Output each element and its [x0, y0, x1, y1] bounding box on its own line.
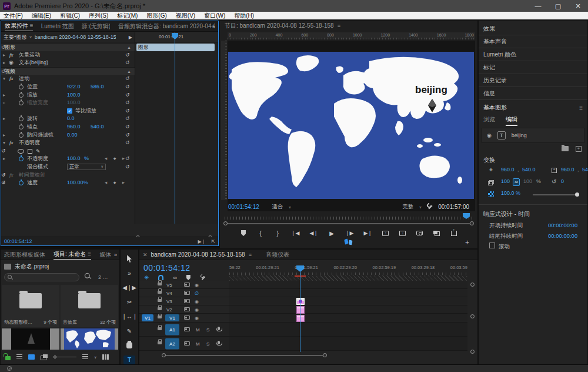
type-tool[interactable]: T	[123, 356, 135, 365]
linked-selection-icon[interactable]: ∞	[173, 275, 176, 281]
sidebar-panel-tab[interactable]: 标记	[479, 61, 587, 74]
reset-icon[interactable]: ↺	[1, 147, 6, 155]
clip-thumbnail[interactable]	[2, 328, 59, 350]
effect-row[interactable]: fx ◉ ✓ ✎ 缩放宽度 100.0 ∨ ◀◆▶ ↺ ▲	[1, 99, 135, 107]
new-layer-icon[interactable]	[576, 146, 582, 152]
stopwatch-icon[interactable]	[19, 133, 24, 138]
twirl-icon[interactable]	[3, 123, 8, 131]
track-patch-icon[interactable]	[184, 299, 190, 303]
eg-tab[interactable]: 浏览	[483, 115, 495, 126]
voiceover-mic-icon[interactable]	[218, 341, 220, 344]
go-to-in-button[interactable]: ❘◀	[291, 229, 299, 237]
mark-out-button[interactable]: }	[274, 229, 281, 237]
track-output-eye-icon[interactable]	[195, 298, 199, 304]
effect-row[interactable]: fx ◉ ✓ ✎ 位置 922.0 586.0 ∨ ◀◆▶ ↺ ▲	[1, 83, 135, 91]
thumbnail-zoom-slider[interactable]	[54, 356, 76, 358]
track-output-eye-icon[interactable]	[195, 290, 199, 295]
track-name[interactable]: V5	[166, 282, 172, 287]
stopwatch-icon[interactable]	[19, 157, 24, 161]
close-button[interactable]: ✕	[568, 0, 588, 12]
effect-row[interactable]: fx ◉ ✓ ✎ 视频 ∨ ◀◆▶ ↺ ▲	[1, 67, 135, 75]
program-current-timecode[interactable]: 00:01:54:12	[228, 204, 259, 210]
razor-tool[interactable]: ✂	[123, 298, 135, 307]
lock-icon[interactable]	[158, 315, 162, 318]
reset-icon[interactable]: ↺	[125, 139, 130, 147]
collapse-icon[interactable]: ▲	[127, 68, 131, 76]
reset-icon[interactable]: ↺	[125, 99, 130, 107]
effect-row[interactable]: fx ◉ ✓ ✎ 不透明度 100.0 % ∨ ◀◆▶ ↺ ▲	[1, 155, 135, 163]
menu-item[interactable]: 文件(F)	[4, 12, 23, 20]
menu-item[interactable]: 序列(S)	[89, 12, 108, 20]
slip-tool[interactable]: ❘↔❘	[123, 312, 135, 321]
twirl-icon[interactable]	[3, 51, 8, 59]
scale-value[interactable]: 100	[501, 178, 510, 184]
graphic-clip-v3[interactable]	[296, 298, 305, 305]
effect-row[interactable]: fx ◉ ✓ ✎ 混合模式 正常∨ ◀◆▶ ↺ ▲	[1, 163, 135, 171]
effect-row[interactable]: fx ◉ ✓ ✎ ∨ ◀◆▶ ↺ ▲	[1, 147, 135, 155]
extract-button[interactable]: ↓	[399, 229, 406, 237]
project-file-name[interactable]: 未命名.prproj	[15, 263, 49, 271]
source-patch-badge[interactable]: V1	[142, 314, 153, 321]
position-y[interactable]: 540.0	[522, 167, 536, 172]
panel-menu-icon[interactable]: ≡	[338, 23, 340, 29]
sequence-name-label[interactable]: bandicam 2020-04-08 12-55-18-158 *…	[35, 34, 116, 40]
video-track-header[interactable]: V3	[139, 297, 229, 305]
project-writable-icon[interactable]	[5, 356, 11, 360]
menu-item[interactable]: 帮助(H)	[234, 12, 254, 20]
video-frame[interactable]: beijing	[228, 52, 474, 199]
keyframe-nav[interactable]: ◀◆▶	[105, 155, 125, 163]
chevron-down-icon[interactable]: ∨	[94, 355, 96, 359]
solo-button[interactable]: S	[206, 327, 209, 332]
sidebar-panel-tab[interactable]: 效果	[479, 22, 587, 35]
lock-icon[interactable]	[158, 283, 162, 285]
anchor-y[interactable]: 540.0	[582, 167, 588, 172]
effect-row[interactable]: fx ◉ ✓ ✎ 不透明度 ∨ ◀◆▶ ↺ ▲	[1, 139, 135, 147]
twirl-icon[interactable]	[3, 107, 8, 115]
bin-item[interactable]: 音效库32 个项	[61, 285, 118, 327]
timeline-current-timecode[interactable]: 00:01:54:12	[143, 263, 190, 273]
play-toggle-icon[interactable]: ▶	[129, 35, 132, 40]
effect-row[interactable]: fx ◉ ✓ ✎ 矢量运动 ∨ ◀◆▶ ↺ ▲	[1, 51, 135, 59]
twirl-icon[interactable]	[3, 91, 8, 99]
list-view-icon[interactable]	[16, 354, 22, 359]
track-name[interactable]: V2	[166, 307, 172, 312]
mute-button[interactable]: M	[196, 341, 200, 346]
stopwatch-icon[interactable]	[19, 125, 24, 129]
sidebar-panel-tab[interactable]: 历史记录	[479, 74, 587, 87]
audio-track-header[interactable]: A2 M S	[139, 337, 229, 351]
video-track-header[interactable]: V4	[139, 289, 229, 297]
video-track-header[interactable]: V2	[139, 305, 229, 314]
graphics-layer-row[interactable]: ◉ T beijing	[482, 128, 584, 143]
link-scale-icon[interactable]: ∞	[513, 178, 520, 186]
property-value-2[interactable]: 540.0	[91, 123, 104, 131]
effect-row[interactable]: fx ◉ ✓ ✎ 锚点 960.0 540.0 ∨ ◀◆▶ ↺ ▲	[1, 123, 135, 131]
track-output-eye-icon[interactable]	[195, 307, 199, 312]
eye-icon[interactable]: ◉	[487, 132, 492, 138]
track-patch-icon[interactable]	[184, 307, 190, 311]
settings-wrench-icon[interactable]	[426, 203, 433, 210]
eg-tab[interactable]: 编辑	[506, 115, 517, 126]
checkbox[interactable]: ✓	[67, 108, 72, 114]
twirl-icon[interactable]	[3, 115, 8, 123]
track-patch-icon[interactable]	[184, 341, 190, 346]
graphic-clip-bar[interactable]: 图形	[136, 44, 215, 51]
freeform-view-icon[interactable]	[41, 354, 48, 360]
track-name[interactable]: A2	[165, 338, 179, 349]
ripple-edit-tool[interactable]: ◀❘▶	[123, 283, 135, 293]
anchor-x[interactable]: 960.0	[561, 167, 574, 172]
eye-icon[interactable]: ◉	[9, 59, 14, 67]
panel-tab[interactable]: 态图形模板媒体	[4, 251, 45, 259]
panel-menu-icon[interactable]: ≡	[249, 252, 252, 258]
stopwatch-icon[interactable]	[19, 117, 24, 121]
effect-row[interactable]: fx ◉ ✓ ✎ 速度 100.00% ∨ ◀◆▶ ↺ ▲	[1, 179, 135, 187]
timeline-vscrollbar[interactable]	[470, 279, 475, 356]
panel-tab[interactable]: 效果控件	[5, 22, 33, 31]
intro-duration-value[interactable]: 00:00:00:00	[548, 222, 577, 228]
opacity-slider[interactable]	[533, 194, 577, 195]
close-icon[interactable]: ✕	[143, 252, 148, 258]
menu-item[interactable]: 剪辑(C)	[60, 12, 80, 20]
reset-icon[interactable]: ↺	[1, 171, 6, 180]
panel-tab[interactable]: 媒体	[99, 251, 111, 259]
menu-item[interactable]: 标记(M)	[117, 12, 138, 20]
opacity-value[interactable]: 100.0 %	[501, 190, 520, 196]
